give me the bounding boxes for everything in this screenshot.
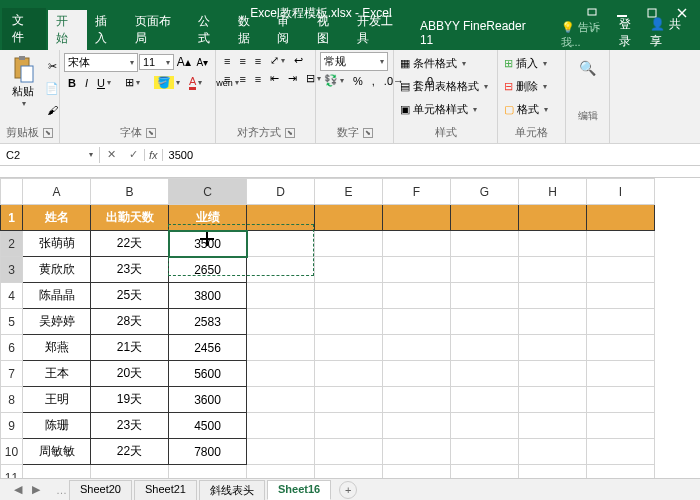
cell[interactable] xyxy=(451,465,519,479)
cell[interactable] xyxy=(451,309,519,335)
row-header[interactable]: 6 xyxy=(1,335,23,361)
cell[interactable] xyxy=(315,335,383,361)
cell[interactable] xyxy=(247,387,315,413)
cell[interactable] xyxy=(383,439,451,465)
align-launcher[interactable]: ⬊ xyxy=(285,128,295,138)
spreadsheet-grid[interactable]: ABCDEFGHI1姓名出勤天数业绩2张萌萌22天35003黄欣欣23天2650… xyxy=(0,178,700,478)
table-header-cell[interactable]: 姓名 xyxy=(23,205,91,231)
cell[interactable]: 郑燕 xyxy=(23,335,91,361)
cell[interactable] xyxy=(451,283,519,309)
tab-nav-prev[interactable]: ◀ xyxy=(10,483,26,496)
comma-icon[interactable]: , xyxy=(368,73,379,89)
cell[interactable] xyxy=(247,439,315,465)
cell[interactable] xyxy=(383,465,451,479)
cell[interactable] xyxy=(247,257,315,283)
cell[interactable] xyxy=(247,465,315,479)
cell[interactable] xyxy=(247,205,315,231)
cancel-formula-icon[interactable]: ✕ xyxy=(100,148,122,161)
cell[interactable]: 22天 xyxy=(91,439,169,465)
fx-icon[interactable]: fx xyxy=(144,149,163,161)
clipboard-launcher[interactable]: ⬊ xyxy=(43,128,53,138)
cell[interactable] xyxy=(315,387,383,413)
percent-icon[interactable]: % xyxy=(349,73,367,89)
cell[interactable] xyxy=(587,465,655,479)
cell[interactable] xyxy=(519,387,587,413)
cell[interactable] xyxy=(587,257,655,283)
indent-decrease-icon[interactable]: ⇤ xyxy=(266,70,283,87)
align-top-icon[interactable]: ≡ xyxy=(220,53,234,69)
row-header[interactable]: 5 xyxy=(1,309,23,335)
format-cells-button[interactable]: ▢格式▾ xyxy=(502,98,561,120)
cell[interactable] xyxy=(451,231,519,257)
cell[interactable] xyxy=(587,361,655,387)
find-icon[interactable]: 🔍 xyxy=(575,58,600,78)
table-format-button[interactable]: ▤套用表格格式▾ xyxy=(398,75,493,97)
cell[interactable] xyxy=(519,257,587,283)
align-right-icon[interactable]: ≡ xyxy=(251,71,265,87)
cell[interactable]: 3600 xyxy=(169,387,247,413)
cell[interactable]: 陈晶晶 xyxy=(23,283,91,309)
row-header[interactable]: 4 xyxy=(1,283,23,309)
cell[interactable] xyxy=(23,465,91,479)
cell[interactable]: 28天 xyxy=(91,309,169,335)
col-header[interactable]: C xyxy=(169,179,247,205)
insert-cells-button[interactable]: ⊞插入▾ xyxy=(502,52,561,74)
cell[interactable] xyxy=(587,335,655,361)
cell[interactable]: 王本 xyxy=(23,361,91,387)
col-header[interactable]: E xyxy=(315,179,383,205)
cell[interactable] xyxy=(383,231,451,257)
cell[interactable] xyxy=(247,231,315,257)
cell[interactable] xyxy=(519,439,587,465)
cell[interactable] xyxy=(587,283,655,309)
tab-scroll-left[interactable]: … xyxy=(56,484,67,496)
cell[interactable] xyxy=(383,257,451,283)
tab-data[interactable]: 数据 xyxy=(230,10,270,50)
cell[interactable]: 2650 xyxy=(169,257,247,283)
row-header[interactable]: 10 xyxy=(1,439,23,465)
increase-font-icon[interactable]: A▴ xyxy=(175,52,192,72)
col-header[interactable]: A xyxy=(23,179,91,205)
col-header[interactable]: I xyxy=(587,179,655,205)
cell[interactable] xyxy=(451,439,519,465)
cell[interactable] xyxy=(383,335,451,361)
cell[interactable] xyxy=(587,439,655,465)
cell[interactable] xyxy=(247,361,315,387)
sheet-tab[interactable]: 斜线表头 xyxy=(199,480,265,500)
tab-abbyy[interactable]: ABBYY FineReader 11 xyxy=(412,16,549,50)
conditional-format-button[interactable]: ▦条件格式▾ xyxy=(398,52,493,74)
cell[interactable]: 张萌萌 xyxy=(23,231,91,257)
tab-review[interactable]: 审阅 xyxy=(269,10,309,50)
row-header[interactable]: 11 xyxy=(1,465,23,479)
cell[interactable]: 周敏敏 xyxy=(23,439,91,465)
cell[interactable] xyxy=(383,387,451,413)
underline-button[interactable]: U▾ xyxy=(93,75,115,91)
cell[interactable] xyxy=(315,257,383,283)
cell[interactable]: 21天 xyxy=(91,335,169,361)
row-header[interactable]: 3 xyxy=(1,257,23,283)
fill-color-button[interactable]: 🪣▾ xyxy=(150,74,184,91)
cell[interactable] xyxy=(247,309,315,335)
cell[interactable] xyxy=(247,283,315,309)
cell[interactable] xyxy=(315,205,383,231)
cell[interactable] xyxy=(587,387,655,413)
cell[interactable] xyxy=(519,205,587,231)
cell[interactable] xyxy=(383,205,451,231)
cell[interactable]: 4500 xyxy=(169,413,247,439)
cell[interactable]: 22天 xyxy=(91,231,169,257)
col-header[interactable]: D xyxy=(247,179,315,205)
cell[interactable] xyxy=(519,361,587,387)
cell[interactable]: 黄欣欣 xyxy=(23,257,91,283)
cell[interactable] xyxy=(169,465,247,479)
sheet-tab[interactable]: Sheet20 xyxy=(69,480,132,500)
table-header-cell[interactable]: 出勤天数 xyxy=(91,205,169,231)
bold-button[interactable]: B xyxy=(64,75,80,91)
cell[interactable] xyxy=(519,465,587,479)
wrap-text-icon[interactable]: ↩ xyxy=(290,52,307,69)
tab-layout[interactable]: 页面布局 xyxy=(127,10,190,50)
cell[interactable] xyxy=(451,257,519,283)
italic-button[interactable]: I xyxy=(81,75,92,91)
cell[interactable]: 23天 xyxy=(91,413,169,439)
cell[interactable]: 23天 xyxy=(91,257,169,283)
cell[interactable] xyxy=(247,413,315,439)
format-painter-button[interactable]: 🖌 xyxy=(43,100,61,120)
